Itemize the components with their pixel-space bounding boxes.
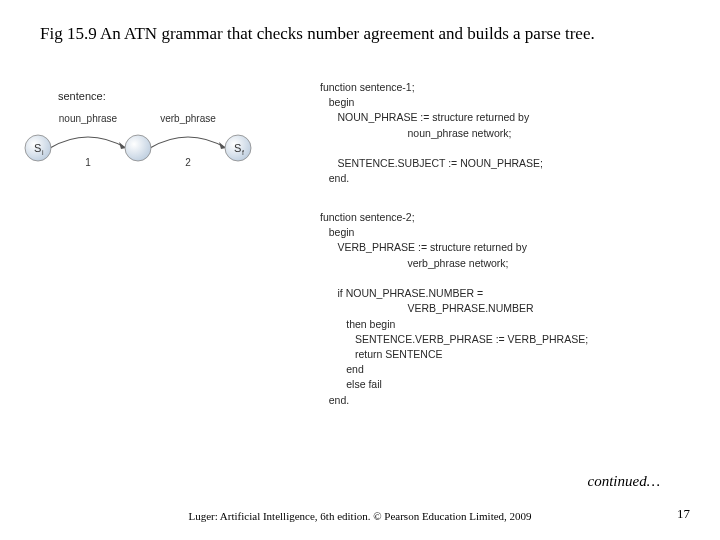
node-sf: S [234, 142, 241, 154]
continued-label: continued… [588, 473, 661, 490]
node-si: S [34, 142, 41, 154]
atn-diagram: noun_phrase verb_phrase S i S f 1 2 [20, 108, 280, 178]
edge-label-2: verb_phrase [160, 113, 216, 124]
edge-label-1: noun_phrase [59, 113, 118, 124]
diagram-label: sentence: [58, 90, 106, 102]
footer-citation: Luger: Artificial Intelligence, 6th edit… [0, 510, 720, 522]
code-sentence-2: function sentence-2; begin VERB_PHRASE :… [320, 210, 588, 408]
figure-title: Fig 15.9 An ATN grammar that checks numb… [40, 24, 700, 44]
code-sentence-1: function sentence-1; begin NOUN_PHRASE :… [320, 80, 543, 187]
page-number: 17 [677, 506, 690, 522]
edge-num-1: 1 [85, 157, 91, 168]
edge-num-2: 2 [185, 157, 191, 168]
svg-text:f: f [242, 149, 244, 156]
svg-point-3 [125, 135, 151, 161]
